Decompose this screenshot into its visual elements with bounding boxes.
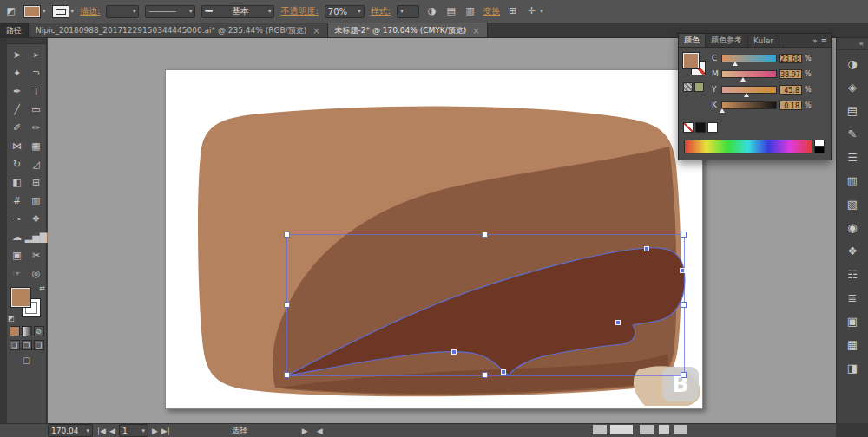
- fill-swatch[interactable]: [23, 5, 41, 18]
- align-horizontal-icon[interactable]: ▤: [444, 4, 457, 18]
- tool-gradient[interactable]: ▥: [27, 192, 46, 210]
- c-slider-track[interactable]: [721, 55, 777, 62]
- transparency-panel-icon[interactable]: ▧: [842, 193, 863, 214]
- stroke-color-control[interactable]: ▾: [52, 5, 75, 18]
- taskbar-item[interactable]: [593, 425, 607, 434]
- document-tab[interactable]: Nipic_20180988_20171229150344445000.ai* …: [29, 23, 328, 37]
- toolbar-grip[interactable]: [7, 38, 46, 44]
- prev-artboard-button[interactable]: ◀: [109, 427, 115, 435]
- tool-direct-selection[interactable]: ➢: [27, 46, 46, 64]
- artboards-panel-icon[interactable]: ▣: [842, 310, 863, 331]
- tool-artboard[interactable]: ▣: [8, 246, 27, 264]
- opacity-select[interactable]: 70% ▾: [325, 5, 365, 18]
- next-artboard-button[interactable]: ▶: [152, 427, 158, 435]
- taskbar-item[interactable]: [659, 425, 669, 434]
- graphic-styles-panel-icon[interactable]: ❖: [842, 240, 863, 261]
- y-slider-track[interactable]: [721, 86, 777, 94]
- gradient-button[interactable]: [22, 326, 32, 336]
- draw-normal-button[interactable]: ❏: [10, 340, 20, 350]
- black-swatch[interactable]: [695, 122, 706, 133]
- tool-rectangle[interactable]: ▭: [27, 101, 46, 119]
- tool-paintbrush[interactable]: ✐: [8, 119, 27, 137]
- none-button[interactable]: ⊘: [34, 326, 44, 336]
- fill-proxy-swatch[interactable]: [11, 288, 30, 307]
- tool-zoom[interactable]: ◎: [27, 264, 46, 283]
- tool-eyedropper[interactable]: ⊸: [8, 210, 27, 228]
- tool-free-transform[interactable]: ▦: [27, 137, 46, 155]
- taskbar-item[interactable]: [640, 425, 654, 434]
- slider-thumb[interactable]: [720, 108, 725, 113]
- pattern-swatch[interactable]: [683, 82, 693, 92]
- tab-color[interactable]: 颜色: [679, 34, 706, 47]
- symbols-panel-icon[interactable]: ☷: [842, 264, 863, 284]
- draw-inside-button[interactable]: ❑: [34, 340, 44, 350]
- none-swatch[interactable]: [683, 122, 694, 133]
- gradient-panel-icon[interactable]: ▥: [842, 170, 863, 191]
- status-expand-icon[interactable]: ▶: [302, 427, 308, 435]
- style-link[interactable]: 样式:: [371, 5, 391, 17]
- color-button[interactable]: [10, 326, 20, 336]
- stroke-panel-icon[interactable]: ☰: [842, 147, 863, 167]
- panel-menu-icon[interactable]: ≡: [820, 36, 827, 45]
- zoom-select[interactable]: 170.04 ▾: [48, 424, 93, 437]
- brush-definition-select[interactable]: ━━ 基本 ▾: [201, 5, 274, 18]
- draw-behind-button[interactable]: ❐: [22, 340, 32, 350]
- fill-color-control[interactable]: ▾: [23, 5, 46, 18]
- tool-pen[interactable]: ✒: [8, 82, 27, 101]
- m-slider-track[interactable]: [721, 70, 777, 78]
- taskbar-item[interactable]: [610, 425, 633, 434]
- tool-slice[interactable]: ✂: [27, 246, 46, 264]
- spectrum-white-swatch[interactable]: [814, 140, 825, 147]
- artboard[interactable]: [165, 69, 703, 409]
- stroke-swatch[interactable]: [52, 5, 69, 18]
- panel-swatch-icon[interactable]: ◩: [4, 4, 17, 18]
- style-select[interactable]: ▾: [397, 5, 419, 18]
- last-artboard-button[interactable]: ▶|: [161, 427, 170, 435]
- slider-value[interactable]: 0.18: [779, 101, 802, 110]
- tool-symbol-sprayer[interactable]: ☁: [8, 228, 27, 246]
- color-panel-icon[interactable]: ◑: [842, 53, 863, 74]
- tab-kuler[interactable]: Kuler: [748, 34, 779, 47]
- first-artboard-button[interactable]: |◀: [97, 427, 106, 435]
- tool-line-segment[interactable]: ╱: [8, 101, 27, 119]
- tool-perspective-grid[interactable]: ⊞: [27, 173, 46, 192]
- recolor-artwork-icon[interactable]: ◑: [425, 4, 438, 18]
- spectrum-black-swatch[interactable]: [814, 147, 825, 153]
- tool-mesh[interactable]: #: [8, 192, 27, 210]
- tool-lasso[interactable]: ⊃: [27, 64, 46, 82]
- slider-value[interactable]: 23.68: [779, 54, 802, 63]
- tool-magic-wand[interactable]: ✦: [8, 64, 27, 82]
- default-fill-stroke-icon[interactable]: ◩: [8, 315, 15, 323]
- paths-panel-tab[interactable]: 路径: [0, 23, 29, 37]
- tool-scale[interactable]: ◿: [27, 155, 46, 173]
- tool-column-graph[interactable]: ▂▅▇: [27, 228, 46, 246]
- panel-collapse-icon[interactable]: »: [812, 36, 818, 45]
- artboard-number-select[interactable]: 1 ▾: [119, 424, 148, 437]
- tab-close-icon[interactable]: ×: [472, 26, 479, 36]
- tool-rotate[interactable]: ↻: [8, 155, 27, 173]
- slider-thumb[interactable]: [744, 93, 749, 97]
- swatches-panel-icon[interactable]: ▤: [842, 100, 863, 121]
- slider-value[interactable]: 38.97: [779, 69, 802, 79]
- slider-thumb[interactable]: [733, 62, 738, 66]
- appearance-panel-icon[interactable]: ◉: [842, 217, 863, 238]
- color-guide-panel-icon[interactable]: ◈: [842, 76, 863, 97]
- tab-close-icon[interactable]: ×: [312, 26, 319, 36]
- pathfinder-panel-icon[interactable]: ◨: [842, 357, 863, 378]
- stroke-link[interactable]: 描边:: [80, 5, 100, 17]
- status-collapse-icon[interactable]: ◀: [317, 427, 323, 435]
- slider-value[interactable]: 45.8: [779, 85, 802, 95]
- tool-shape-builder[interactable]: ◧: [8, 173, 27, 192]
- gray-swatch[interactable]: [694, 82, 704, 92]
- tool-selection[interactable]: ➤: [8, 46, 27, 64]
- opacity-link[interactable]: 不透明度:: [280, 5, 318, 17]
- panel-fill-swatch[interactable]: [683, 53, 699, 68]
- variable-width-profile-select[interactable]: ———— ▾: [145, 5, 195, 18]
- isolate-mode-icon[interactable]: ⊞: [506, 4, 519, 18]
- screen-mode-button[interactable]: ▢: [7, 355, 46, 365]
- dock-expand-icon[interactable]: «: [837, 38, 868, 50]
- layers-panel-icon[interactable]: ≣: [842, 287, 863, 308]
- stroke-weight-select[interactable]: ▾: [106, 5, 139, 18]
- transform-link[interactable]: 变换: [483, 5, 500, 17]
- reference-point-control[interactable]: ✛ ▾: [525, 4, 543, 18]
